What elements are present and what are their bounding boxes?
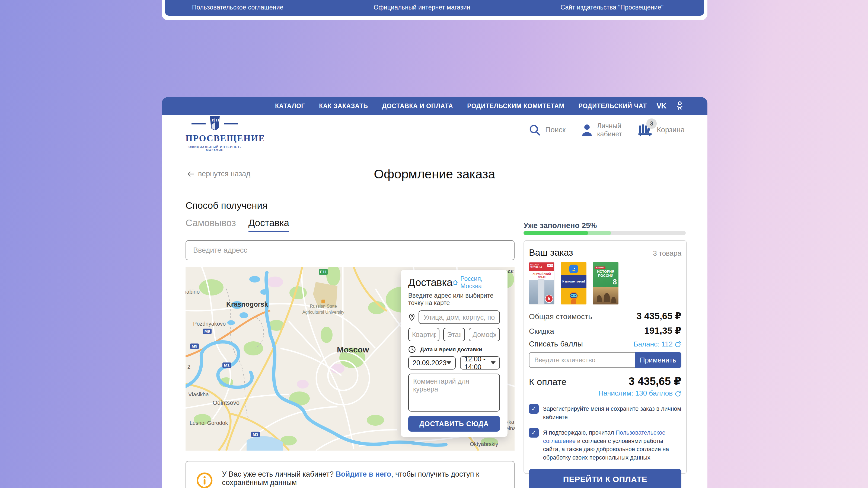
logo-title: ПРОСВЕЩЕНИЕ: [186, 133, 244, 143]
order-title: Ваш заказ: [529, 247, 573, 258]
cart-badge: 3: [646, 119, 657, 129]
road-badge-m1: M1: [224, 363, 230, 367]
book3-painting: [593, 287, 618, 304]
account-label-line1: Личный: [597, 122, 621, 130]
map-label-moscow: Moscow: [337, 345, 369, 354]
terms-checkbox-label: Я подтверждаю, прочитал Пользовательское…: [543, 428, 681, 462]
street-input[interactable]: [418, 311, 500, 324]
info-icon: [196, 470, 213, 488]
map-label-university-2: Agricultural University: [303, 310, 344, 315]
account-button[interactable]: Личный кабинет: [581, 122, 622, 138]
robot-illustration: [567, 290, 580, 304]
discount-label: Скидка: [529, 327, 554, 336]
person-icon: [581, 124, 593, 136]
pay-value: 3 435,65 ₽: [628, 375, 681, 387]
apartment-input[interactable]: [408, 328, 439, 341]
region-selector[interactable]: Россия, Москва: [453, 275, 500, 290]
book3-tag: ИСТОРИЯ: [595, 266, 606, 269]
accrue-points-link[interactable]: Начислим: 130 баллов: [529, 389, 681, 397]
discount-value: 191,35 ₽: [644, 325, 681, 336]
book-cover-history[interactable]: ИСТОРИЯ ИСТОРИЯ РОССИИ 8: [593, 262, 618, 304]
order-summary-card: Ваш заказ 3 товара РАБОЧАЯ ТЕТРАДЬ №1 ОГ…: [524, 240, 687, 474]
top-links-bar: Пользовательское соглашение Официальный …: [165, 0, 704, 16]
chevron-down-icon: [491, 361, 496, 364]
delivery-hint: Введите адрес или выбирите точку на карт…: [408, 292, 500, 306]
nav-item-delivery-payment[interactable]: ДОСТАВКА И ОПЛАТА: [382, 102, 453, 110]
floor-input[interactable]: [443, 328, 465, 341]
search-label: Поиск: [545, 126, 565, 134]
logo-emblem-icon: И П: [208, 116, 222, 132]
map-label-lesnoi-gorodok: Lesnoi Gorodok: [190, 420, 228, 426]
delivery-map[interactable]: E11 M9 M9 M1 M3 habino Krasnogorsk Pozdn…: [186, 267, 515, 451]
page-title: Оформление заказа: [162, 166, 707, 182]
points-amount-input[interactable]: [529, 352, 635, 368]
login-link[interactable]: Войдите в него: [336, 470, 391, 478]
nav-item-how-to-order[interactable]: КАК ЗАКАЗАТЬ: [319, 102, 368, 110]
road-badge-e11: E11: [320, 269, 327, 274]
info-line1: У Вас уже есть личный кабинет? Войдите в…: [222, 470, 504, 487]
order-count: 3 товара: [653, 249, 681, 258]
link-user-agreement[interactable]: Пользовательское соглашение: [192, 4, 283, 11]
logo[interactable]: И П ПРОСВЕЩЕНИЕ ОФИЦИАЛЬНЫЙ ИНТЕРНЕТ-МАГ…: [186, 115, 244, 152]
map-label-university-1: Russian State: [310, 304, 337, 308]
total-label: Общая стоимость: [529, 312, 592, 321]
map-label-pozdnyakovo: Pozdnyakovo: [193, 321, 226, 327]
points-label: Списать баллы: [529, 340, 583, 348]
progress-fill: [524, 231, 588, 235]
nav-item-catalog[interactable]: КАТАЛОГ: [275, 102, 305, 110]
pay-label: К оплате: [529, 377, 567, 387]
nav-item-parent-chat[interactable]: РОДИТЕЛЬСКИЙ ЧАТ: [579, 102, 647, 110]
tab-delivery[interactable]: Доставка: [248, 218, 289, 232]
balance-link[interactable]: Баланс: 112: [633, 340, 681, 348]
courier-comment-input[interactable]: [408, 373, 500, 412]
map-label-corner: CK: [508, 269, 514, 274]
link-publisher-site[interactable]: Сайт издательства "Просвещение": [560, 4, 663, 11]
ok-icon[interactable]: [676, 101, 684, 111]
house-icon: [453, 279, 458, 286]
time-value: 12:00 - 14:00: [464, 355, 491, 371]
register-checkbox[interactable]: ✓: [529, 404, 539, 414]
book3-grade: 8: [613, 278, 617, 286]
road-badge-m9b: M9: [192, 344, 197, 348]
address-input[interactable]: [186, 240, 515, 260]
link-official-store[interactable]: Официальный интернет магазин: [373, 4, 470, 11]
road-badge-m3: M3: [253, 432, 258, 436]
coin-icon: [675, 390, 681, 397]
register-checkbox-label: Зарегистрируйте меня и сохраните заказ в…: [543, 404, 681, 421]
search-icon: [529, 124, 541, 136]
book1-top-text: РАБОЧАЯ ТЕТРАДЬ №1: [530, 264, 546, 268]
search-button[interactable]: Поиск: [529, 124, 565, 136]
delivery-panel-title: Доставка: [408, 277, 453, 289]
tab-pickup[interactable]: Самовывоз: [186, 218, 236, 232]
time-select[interactable]: 12:00 - 14:00: [460, 356, 500, 369]
accrue-label: Начислим: 130 баллов: [598, 389, 673, 397]
map-label-vlasikha: Vlasikha: [188, 391, 209, 397]
book-cover-english[interactable]: РАБОЧАЯ ТЕТРАДЬ №1 ОГЭ АНГЛИЙСКИЙ ЯЗЫК 5: [529, 262, 554, 304]
terms-checkbox[interactable]: ✓: [529, 428, 539, 437]
logo-bar-right: [224, 123, 238, 124]
receive-method-tabs: Самовывоз Доставка: [186, 218, 289, 232]
road-badge-m9a: M9: [205, 329, 210, 333]
progress-label: Уже заполнено 25%: [524, 221, 597, 230]
book1-extra-text: ОГЭ: [547, 264, 553, 267]
logo-bar-left: [191, 123, 206, 124]
nav-item-parent-committees[interactable]: РОДИТЕЛЬСКИМ КОМИТЕТАМ: [467, 102, 564, 110]
book-cover-school-ready[interactable]: К школе готов!: [561, 262, 586, 304]
boat-icon: [569, 265, 578, 273]
book1-grade-badge: 5: [545, 295, 553, 303]
pin-icon: [408, 313, 415, 322]
coin-icon: [675, 340, 681, 348]
main-nav: КАТАЛОГ КАК ЗАКАЗАТЬ ДОСТАВКА И ОПЛАТА Р…: [162, 97, 707, 115]
book1-title: АНГЛИЙСКИЙ ЯЗЫК: [529, 272, 554, 279]
clock-icon: [408, 346, 416, 353]
checkout-card: КАТАЛОГ КАК ЗАКАЗАТЬ ДОСТАВКА И ОПЛАТА Р…: [162, 97, 707, 488]
proceed-to-payment-button[interactable]: ПЕРЕЙТИ К ОПЛАТЕ: [529, 469, 681, 488]
deliver-here-button[interactable]: ДОСТАВИТЬ СЮДА: [408, 416, 500, 432]
apply-points-button[interactable]: Применить: [635, 352, 681, 368]
region-label: Россия, Москва: [460, 275, 500, 290]
cart-button[interactable]: 3 Корзина: [638, 123, 685, 137]
vk-icon[interactable]: VK: [656, 102, 666, 110]
date-select[interactable]: 20.09.2023: [408, 356, 456, 369]
account-info-box: У Вас уже есть личный кабинет? Войдите в…: [186, 461, 515, 488]
intercom-input[interactable]: [469, 328, 500, 341]
